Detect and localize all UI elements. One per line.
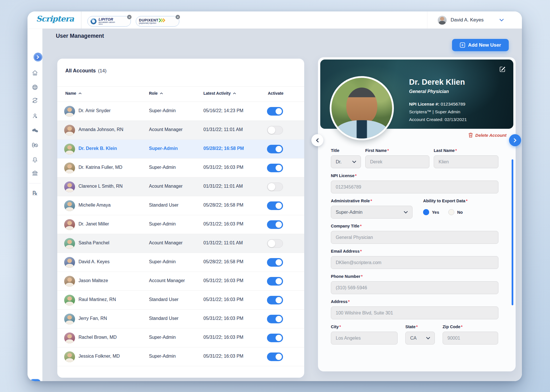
column-header-name[interactable]: Name: [65, 91, 82, 96]
account-avatar: [64, 276, 75, 287]
title-select[interactable]: Dr.: [331, 155, 361, 168]
activate-toggle[interactable]: [267, 183, 283, 191]
bank-icon[interactable]: [28, 169, 42, 177]
activate-toggle[interactable]: [267, 334, 283, 342]
company-title-field[interactable]: General Physician: [331, 231, 498, 244]
user-menu[interactable]: David A. Keyes: [427, 11, 522, 29]
activate-toggle[interactable]: [267, 296, 283, 304]
field-label-npi: NPI License*: [331, 173, 498, 178]
export-yes-radio[interactable]: [423, 209, 429, 215]
table-row[interactable]: Dr. Derek B. Klein Super-Admin 05/28/22;…: [57, 140, 304, 159]
profile-org-line: Scriptera™ | Super Admin: [409, 109, 467, 114]
chevron-down-icon[interactable]: [500, 17, 504, 23]
table-row[interactable]: Dr. Amir Snyder Super-Admin 05/16/22; 14…: [57, 102, 304, 121]
account-name: Sasha Panchel: [78, 240, 109, 246]
activate-toggle[interactable]: [267, 258, 283, 267]
delete-account-button[interactable]: Delete Account: [468, 132, 506, 138]
table-row[interactable]: Sasha Panchel Acount Manager 01/31/22; 1…: [57, 234, 304, 253]
activate-toggle[interactable]: [267, 277, 283, 286]
table-row[interactable]: Clarence L Smith, RN Acount Manager 01/3…: [57, 177, 304, 196]
users-icon[interactable]: [28, 112, 42, 120]
npi-license-field[interactable]: 0123456789: [331, 181, 498, 193]
account-role: Super-Admin: [149, 108, 176, 113]
pills-icon[interactable]: [28, 126, 42, 134]
activate-toggle[interactable]: [267, 315, 283, 323]
account-activity: 05/31/22; 16:03 PM: [203, 354, 243, 359]
table-row[interactable]: Michelle Amaya Standard User 05/28/22; 1…: [57, 196, 304, 215]
close-icon[interactable]: ✕: [175, 15, 180, 19]
account-role: Acount Manager: [149, 184, 182, 189]
account-avatar: [64, 200, 75, 211]
column-header-role[interactable]: Role: [149, 91, 163, 96]
account-role: Super-Admin: [149, 221, 176, 227]
toggle-knob: [268, 183, 275, 191]
globe-icon[interactable]: [28, 83, 42, 92]
field-label-admin-role: Administrative Role*: [331, 199, 412, 203]
brand-logo: Scriptera: [36, 14, 79, 26]
account-role: Standard User: [149, 297, 178, 302]
table-row[interactable]: Rachel Brown, MD Super-Admin 05/31/22; 1…: [57, 328, 304, 347]
phone-number-field[interactable]: (310) 569-5946: [331, 281, 498, 294]
account-role: Standard User: [149, 316, 178, 321]
activate-toggle[interactable]: [267, 220, 283, 229]
drug-chip-lipitor[interactable]: LIPITOR atorvastatin calcium tablets ✕: [87, 16, 131, 27]
toggle-knob: [275, 334, 282, 342]
account-role: Acount Manager: [149, 240, 182, 246]
notification-bell-icon[interactable]: [28, 155, 42, 164]
city-field[interactable]: Los Angeles: [331, 332, 398, 345]
profile-created: Account Created: 02/13/2021: [409, 117, 467, 122]
toggle-knob: [275, 259, 282, 266]
export-no-radio[interactable]: [448, 209, 454, 215]
account-avatar: [64, 257, 75, 268]
account-activity: 05/31/22; 16:03 PM: [203, 221, 243, 227]
last-name-field[interactable]: Klien: [434, 155, 498, 168]
first-name-field[interactable]: Derek: [365, 155, 429, 168]
field-label-export-data: Ability to Export Data*: [423, 199, 498, 203]
table-row[interactable]: Jason Malteze Account Manager 05/31/22; …: [57, 272, 304, 291]
home-icon[interactable]: [28, 69, 42, 77]
table-row[interactable]: Amanda Johnson, RN Acount Manager 01/31/…: [57, 121, 304, 140]
field-label-company-title: Company Title*: [331, 224, 498, 229]
account-avatar: [64, 163, 75, 173]
activate-toggle[interactable]: [267, 107, 283, 116]
lipitor-logo-icon: [90, 17, 98, 25]
account-avatar: [64, 238, 75, 249]
sync-24h-icon[interactable]: 24h: [28, 96, 42, 105]
table-row[interactable]: Dr. Janet Miller Super-Admin 05/31/22; 1…: [57, 215, 304, 234]
activate-toggle[interactable]: [267, 353, 283, 361]
table-row[interactable]: David A. Keyes Super-Admin 05/28/22; 16:…: [57, 253, 304, 272]
previous-user-button[interactable]: [311, 134, 323, 146]
administrative-role-select[interactable]: Super-Admin: [331, 206, 412, 219]
close-icon[interactable]: ✕: [127, 15, 132, 19]
address-field[interactable]: 100 Wilshire Blvd, Suite 301: [331, 306, 498, 319]
activate-toggle[interactable]: [267, 145, 283, 153]
field-label-phone: Phone Number*: [331, 274, 498, 279]
form-scrollbar[interactable]: [512, 159, 513, 305]
rx-icon[interactable]: ℞: [28, 189, 42, 197]
add-new-user-button[interactable]: Add New User: [452, 39, 509, 51]
table-row[interactable]: Jessica Folkner, MD Super-Admin 05/31/22…: [57, 347, 304, 366]
account-activity: 05/28/22; 16:58 PM: [203, 259, 243, 264]
toggle-knob: [275, 296, 282, 304]
table-row[interactable]: Dr. Katrina Fuller, MD Super-Admin 05/31…: [57, 159, 304, 177]
table-row[interactable]: Jerry Fan, RN Standard User 05/31/22; 16…: [57, 310, 304, 328]
edit-profile-icon[interactable]: [499, 66, 506, 74]
profile-specialty: General Physician: [409, 89, 467, 94]
account-name: Jessica Folkner, MD: [78, 354, 120, 359]
next-user-button[interactable]: [509, 134, 521, 146]
table-row[interactable]: Raul Martinez, RN Standard User 05/31/22…: [57, 291, 304, 310]
email-address-field[interactable]: DKlien@scriptera.com: [331, 256, 498, 269]
activate-toggle[interactable]: [267, 201, 283, 210]
pill-restricted-icon[interactable]: [28, 140, 42, 149]
drug-chip-dupixent[interactable]: DUPIXENT (dupilumab) Injection ✕: [136, 16, 179, 27]
sidebar-expand-button[interactable]: [34, 53, 42, 62]
column-header-activity[interactable]: Latest Activity: [203, 91, 236, 96]
activate-toggle[interactable]: [267, 164, 283, 172]
activate-toggle[interactable]: [267, 126, 283, 134]
activate-toggle[interactable]: [267, 239, 283, 248]
zip-code-field[interactable]: 90001: [443, 332, 498, 345]
toggle-knob: [275, 221, 282, 228]
field-label-zip: Zip Code*: [443, 324, 498, 329]
toggle-knob: [268, 240, 275, 247]
state-select[interactable]: CA: [405, 332, 435, 345]
